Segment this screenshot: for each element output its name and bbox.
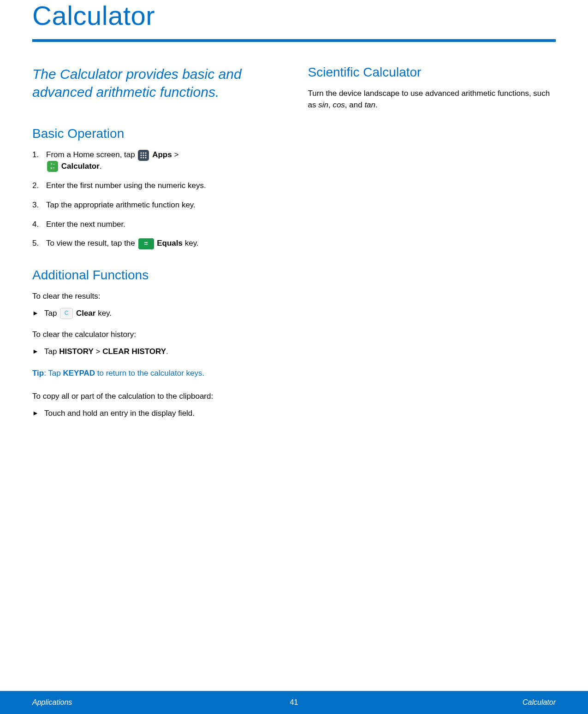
step-1: From a Home screen, tap Apps > +−×÷ Calc… bbox=[32, 149, 280, 172]
step-5-text-b: key. bbox=[183, 239, 199, 248]
history-end: . bbox=[166, 347, 168, 356]
clear-results-list: Tap C Clear key. bbox=[32, 308, 280, 319]
step-3: Tap the appropriate arithmetic function … bbox=[32, 200, 280, 211]
sci-tan: tan bbox=[364, 100, 375, 109]
tip-b: to return to the calculator keys. bbox=[95, 369, 204, 378]
basic-steps-list: From a Home screen, tap Apps > +−×÷ Calc… bbox=[32, 149, 280, 249]
sci-cos: cos bbox=[333, 100, 344, 109]
svg-point-4 bbox=[143, 154, 144, 156]
page-title: Calculator bbox=[32, 0, 556, 31]
content-columns: The Calculator provides basic and advanc… bbox=[32, 65, 556, 429]
tip-label: Tip bbox=[32, 369, 44, 378]
heading-scientific-calculator: Scientific Calculator bbox=[308, 65, 556, 80]
right-column: Scientific Calculator Turn the device la… bbox=[308, 65, 556, 429]
heading-basic-operation: Basic Operation bbox=[32, 126, 280, 141]
tip-keypad: KEYPAD bbox=[63, 369, 95, 378]
copy-item: Touch and hold an entry in the display f… bbox=[32, 408, 280, 419]
sci-sep1: , bbox=[328, 100, 333, 109]
footer-right: Calculator bbox=[298, 698, 556, 707]
page-footer: Applications 41 Calculator bbox=[0, 691, 588, 714]
footer-page-number: 41 bbox=[290, 698, 298, 707]
tip-line: Tip: Tap KEYPAD to return to the calcula… bbox=[32, 368, 280, 379]
heading-additional-functions: Additional Functions bbox=[32, 268, 280, 283]
copy-list: Touch and hold an entry in the display f… bbox=[32, 408, 280, 419]
left-column: The Calculator provides basic and advanc… bbox=[32, 65, 280, 429]
clear-tap-a: Tap bbox=[44, 309, 59, 318]
copy-intro: To copy all or part of the calculation t… bbox=[32, 391, 280, 402]
svg-point-3 bbox=[141, 154, 142, 156]
sci-body-b: . bbox=[375, 100, 378, 109]
step-1-gt: > bbox=[172, 150, 179, 159]
apps-icon bbox=[138, 150, 149, 161]
footer-left: Applications bbox=[32, 698, 290, 707]
clear-results-intro: To clear the results: bbox=[32, 291, 280, 302]
svg-point-5 bbox=[145, 154, 147, 156]
history-bold-2: CLEAR HISTORY bbox=[102, 347, 166, 356]
intro-text: The Calculator provides basic and advanc… bbox=[32, 65, 280, 101]
history-list: Tap HISTORY > CLEAR HISTORY. bbox=[32, 346, 280, 358]
history-item: Tap HISTORY > CLEAR HISTORY. bbox=[32, 346, 280, 358]
step-1-apps-label: Apps bbox=[152, 150, 172, 159]
step-5: To view the result, tap the = Equals key… bbox=[32, 238, 280, 249]
step-1-calc-label: Calculator bbox=[61, 162, 100, 171]
step-1-end: . bbox=[100, 162, 102, 171]
step-2: Enter the first number using the numeric… bbox=[32, 180, 280, 191]
svg-point-7 bbox=[143, 157, 144, 158]
svg-point-2 bbox=[145, 152, 147, 153]
step-1-text-a: From a Home screen, tap bbox=[46, 150, 137, 159]
scientific-body: Turn the device landscape to use advance… bbox=[308, 88, 556, 111]
title-rule bbox=[32, 39, 556, 42]
svg-point-1 bbox=[143, 152, 144, 153]
clear-label: Clear bbox=[76, 309, 96, 318]
clear-icon: C bbox=[60, 308, 73, 319]
tip-a: : Tap bbox=[44, 369, 63, 378]
clear-tap-b: key. bbox=[95, 309, 112, 318]
clear-results-item: Tap C Clear key. bbox=[32, 308, 280, 319]
svg-point-8 bbox=[145, 157, 147, 158]
sci-sin: sin bbox=[318, 100, 328, 109]
equals-icon: = bbox=[138, 238, 154, 249]
calculator-icon: +−×÷ bbox=[47, 161, 58, 172]
step-5-equals-label: Equals bbox=[157, 239, 183, 248]
svg-point-6 bbox=[141, 157, 142, 158]
history-bold-1: HISTORY bbox=[59, 347, 94, 356]
history-gt: > bbox=[94, 347, 102, 356]
step-5-text-a: To view the result, tap the bbox=[46, 239, 137, 248]
history-tap-a: Tap bbox=[44, 347, 59, 356]
history-intro: To clear the calculator history: bbox=[32, 329, 280, 341]
svg-point-0 bbox=[141, 152, 142, 153]
step-4: Enter the next number. bbox=[32, 219, 280, 230]
sci-sep2: , and bbox=[345, 100, 365, 109]
